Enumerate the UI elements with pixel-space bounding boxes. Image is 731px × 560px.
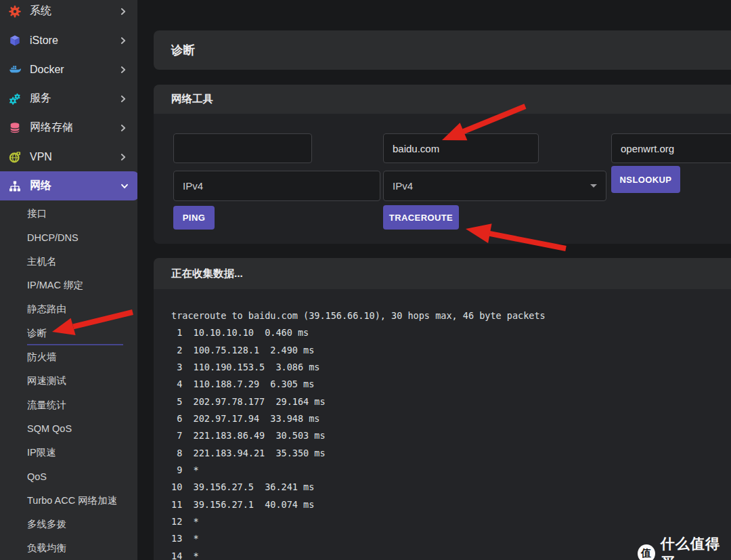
sidebar: 系统 iStore: [0, 0, 137, 560]
sidebar-item-vpn[interactable]: VPN: [0, 142, 137, 171]
sidebar-item-label: 服务: [30, 91, 51, 106]
smzdm-logo-icon: 值: [638, 544, 655, 560]
submenu-item-traffic-stats[interactable]: 流量统计: [0, 393, 137, 416]
submenu-item-ip-limit[interactable]: IP限速: [0, 441, 137, 465]
submenu-item-static-routes[interactable]: 静态路由: [0, 297, 137, 321]
sidebar-item-services[interactable]: 服务: [0, 84, 137, 113]
sidebar-item-istore[interactable]: iStore: [0, 26, 137, 55]
traceroute-protocol-select[interactable]: IPv4: [383, 171, 606, 201]
submenu-item-speedtest[interactable]: 网速测试: [0, 369, 137, 393]
chevron-down-icon: [120, 181, 129, 191]
database-icon: [9, 122, 21, 134]
cube-icon: [9, 35, 21, 47]
sidebar-item-system[interactable]: 系统: [0, 0, 137, 26]
sidebar-item-docker[interactable]: Docker: [0, 55, 137, 84]
submenu-item-mwan[interactable]: 多线多拨: [0, 513, 137, 536]
traceroute-protocol-value: IPv4: [393, 180, 413, 192]
ping-protocol-select[interactable]: IPv4: [173, 171, 380, 201]
network-submenu: 接口 DHCP/DNS 主机名 IP/MAC 绑定 静态路由 诊断 防火墙 网速…: [0, 202, 137, 560]
submenu-item-diagnostics[interactable]: 诊断: [0, 321, 137, 345]
submenu-item-interfaces[interactable]: 接口: [0, 202, 137, 225]
smzdm-watermark: 值 什么值得买: [638, 534, 731, 560]
chevron-right-icon: [118, 7, 128, 16]
globe-lock-icon: [9, 151, 21, 163]
page-title: 诊断: [171, 42, 195, 58]
chevron-right-icon: [118, 65, 128, 74]
submenu-item-ip-mac-bind[interactable]: IP/MAC 绑定: [0, 274, 137, 297]
sidebar-item-label: Docker: [30, 64, 64, 76]
traceroute-output: traceroute to baidu.com (39.156.66.10), …: [154, 289, 731, 560]
submenu-item-dhcp-dns[interactable]: DHCP/DNS: [0, 225, 137, 249]
chevron-right-icon: [118, 123, 128, 133]
submenu-item-turbo-acc[interactable]: Turbo ACC 网络加速: [0, 489, 137, 513]
sitemap-icon: [9, 180, 21, 192]
sidebar-item-label: VPN: [30, 151, 52, 163]
output-card: 正在收集数据... traceroute to baidu.com (39.15…: [154, 258, 731, 560]
submenu-item-firewall[interactable]: 防火墙: [0, 345, 137, 369]
sidebar-item-network-storage[interactable]: 网络存储: [0, 113, 137, 142]
nslookup-button[interactable]: NSLOOKUP: [611, 166, 680, 193]
smzdm-watermark-text: 什么值得买: [661, 534, 731, 560]
gear-icon: [9, 5, 21, 18]
ping-protocol-value: IPv4: [183, 180, 203, 192]
sidebar-item-network[interactable]: 网络: [0, 171, 137, 200]
page-title-card: 诊断: [154, 30, 731, 70]
sidebar-nav: 系统 iStore: [0, 0, 137, 560]
chevron-right-icon: [118, 152, 128, 162]
sidebar-item-label: iStore: [30, 35, 58, 47]
output-header: 正在收集数据...: [154, 258, 731, 289]
sidebar-item-label: 系统: [30, 4, 51, 18]
whale-icon: [9, 64, 21, 76]
nslookup-host-input[interactable]: [611, 133, 731, 163]
sidebar-item-label: 网络存储: [30, 121, 73, 135]
network-tools-header: 网络工具: [154, 85, 731, 114]
submenu-item-load-balance[interactable]: 负载均衡: [0, 536, 137, 560]
traceroute-host-input[interactable]: [383, 133, 539, 163]
collecting-data-title: 正在收集数据...: [171, 267, 243, 281]
submenu-item-hostnames[interactable]: 主机名: [0, 250, 137, 274]
chevron-right-icon: [118, 36, 128, 45]
network-tools-card: 网络工具 IPv4 IPv4 NSLOOKUP PING TRACEROUTE: [154, 85, 731, 244]
chevron-right-icon: [118, 94, 128, 104]
submenu-item-qos[interactable]: QoS: [0, 465, 137, 488]
submenu-item-sqm-qos[interactable]: SQM QoS: [0, 417, 137, 441]
ping-button[interactable]: PING: [173, 206, 215, 230]
chevron-down-icon: [590, 184, 597, 188]
network-tools-title: 网络工具: [171, 92, 213, 106]
gears-icon: [9, 93, 21, 105]
sidebar-item-label: 网络: [30, 179, 51, 193]
traceroute-button[interactable]: TRACEROUTE: [383, 205, 459, 230]
ping-host-input[interactable]: [173, 133, 312, 163]
